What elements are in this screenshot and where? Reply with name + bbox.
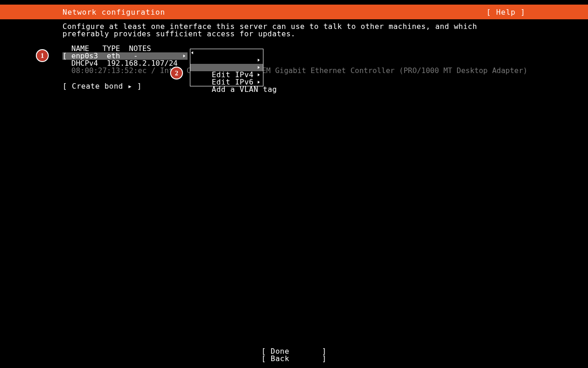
main-content: Configure at least one interface this se… — [63, 23, 525, 91]
intro-text: Configure at least one interface this se… — [63, 23, 525, 38]
back-button[interactable]: [ Back ] — [0, 355, 588, 362]
menu-info[interactable]: Info ▸ — [190, 57, 263, 64]
chevron-right-icon: ▸ — [183, 52, 186, 59]
annotation-badge-1: 1 — [36, 49, 49, 62]
create-bond-button[interactable]: [ Create bond ▸ ] — [63, 82, 525, 91]
page-title: Network configuration — [63, 8, 165, 17]
interface-row-enp0s3[interactable]: [ enp0s3 eth - ▸ — [63, 52, 188, 60]
interface-row-text: [ enp0s3 eth - — [63, 51, 138, 60]
menu-edit-ipv6[interactable]: Edit IPv6 ▸ — [190, 71, 263, 79]
menu-close[interactable]: ◂ (close) — [190, 49, 263, 57]
help-button[interactable]: [ Help ] — [486, 8, 525, 17]
interface-popup-menu: ◂ (close) Info ▸ Edit IPv4 ▸ Edit IPv6 ▸… — [190, 49, 263, 86]
header-bar: Network configuration [ Help ] — [0, 5, 588, 19]
menu-edit-ipv4[interactable]: Edit IPv4 ▸ — [190, 64, 263, 71]
menu-add-vlan-label: Add a VLAN tag — [212, 85, 277, 94]
chevron-left-icon: ◂ — [191, 49, 194, 56]
menu-add-vlan[interactable]: Add a VLAN tag ▸ — [190, 79, 263, 86]
annotation-badge-2: 2 — [170, 67, 183, 79]
footer: [ Done ] [ Back ] — [0, 348, 588, 362]
chevron-right-icon: ▸ — [257, 78, 260, 85]
mac-line: 08:00:27:13:52:ec / Intel Corporation 82… — [63, 67, 525, 74]
interface-table: NAME TYPE NOTES [ enp0s3 eth - ▸ DHCPv4 … — [63, 45, 525, 74]
